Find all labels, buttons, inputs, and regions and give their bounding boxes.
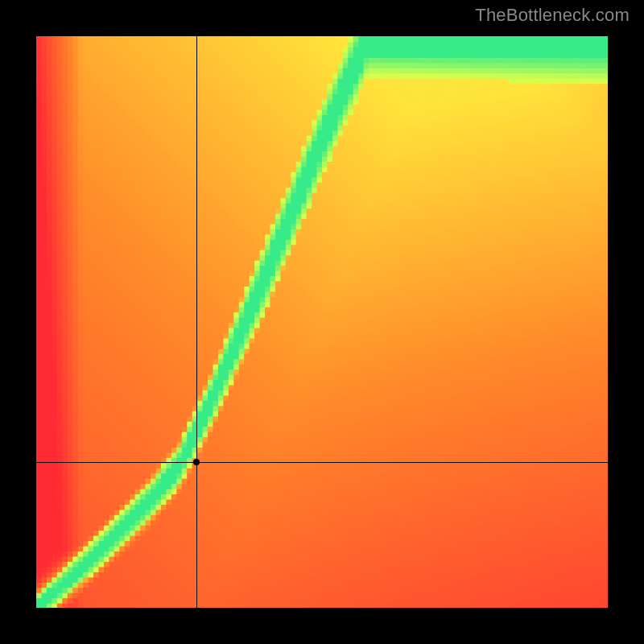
- chart-root: TheBottleneck.com: [0, 0, 644, 644]
- watermark-label: TheBottleneck.com: [475, 5, 630, 26]
- crosshair-horizontal: [36, 462, 608, 463]
- heatmap-canvas: [36, 36, 608, 608]
- selection-marker: [193, 459, 200, 465]
- crosshair-vertical: [196, 36, 197, 608]
- heatmap-plot: [36, 36, 608, 608]
